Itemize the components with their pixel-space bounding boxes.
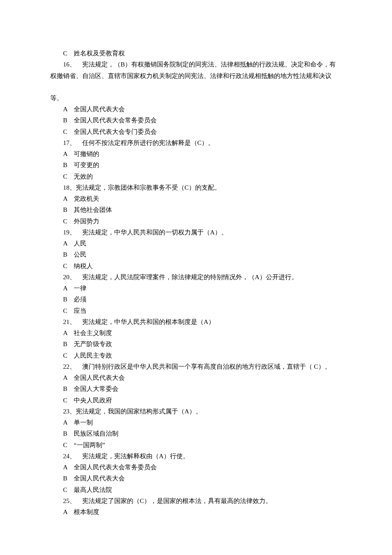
- text-line: C “一国两制”: [50, 439, 342, 451]
- text-line: A 社会主义制度: [50, 327, 342, 338]
- text-line: 22、 澳门特别行政区是中华人民共和国一个享有高度自治权的地方行政区域，直辖于（…: [50, 361, 342, 372]
- text-line: B 其他社会团体: [50, 204, 342, 215]
- text-line: A 全国人民代表大会: [50, 104, 342, 115]
- document-body: C 姓名权及受教育权16、 宪法规定，（B）有权撤销国务院制定的同宪法、法律相抵…: [50, 48, 342, 517]
- text-line: B 民族区域自治制: [50, 428, 342, 439]
- text-line: A 人民: [50, 238, 342, 249]
- text-line: A 一律: [50, 283, 342, 294]
- text-line: B 公民: [50, 249, 342, 260]
- text-line: C 纳税人: [50, 260, 342, 272]
- text-line: 20、 宪法规定，人民法院审理案件，除法律规定的特别情况外，（A）公开进行。: [50, 272, 342, 283]
- text-line: B 全国人大常委会: [50, 383, 342, 394]
- text-line: 24、 宪法规定，宪法解释权由（A）行使。: [50, 451, 342, 462]
- text-line: 21、 宪法规定，中华人民共和国的根本制度是（A）: [50, 316, 342, 327]
- text-line: 16、 宪法规定，（B）有权撤销国务院制定的同宪法、法律相抵触的行政法规、决定和…: [50, 59, 342, 81]
- text-line: A 单一制: [50, 417, 342, 428]
- text-line: C 最高人民法院: [50, 484, 342, 495]
- text-line: C 中央人民政府: [50, 395, 342, 406]
- text-line: B 必须: [50, 294, 342, 305]
- text-line: C 全国人民代表大会专门委员会: [50, 126, 342, 137]
- text-line: 25、 宪法规定了国家的（C），是国家的根本法，具有最高的法律效力。: [50, 495, 342, 506]
- text-line: C 姓名权及受教育权: [50, 48, 342, 59]
- text-line: A 全国人民代表大会: [50, 372, 342, 383]
- text-line: C 外国势力: [50, 216, 342, 227]
- text-line: 19、 宪法规定，中华人民共和国的一切权力属于（A）。: [50, 227, 342, 238]
- text-line: A 可撤销的: [50, 148, 342, 159]
- text-line: A 党政机关: [50, 193, 342, 204]
- text-line: B 可变更的: [50, 159, 342, 171]
- text-line: 17、 任何不按法定程序所进行的宪法解释是（C）。: [50, 137, 342, 148]
- text-line: C 人民民主专政: [50, 350, 342, 361]
- text-line: C 应当: [50, 305, 342, 316]
- text-line: C 无效的: [50, 171, 342, 182]
- text-line: A 根本制度: [50, 506, 342, 517]
- text-line: B 无产阶级专政: [50, 338, 342, 350]
- text-line: 等。: [50, 92, 342, 104]
- text-line: A 全国人民代表大会常务委员会: [50, 462, 342, 473]
- text-line: 23、宪法规定，我国的国家结构形式属于（A）。: [50, 406, 342, 417]
- text-line: B 全国人民代表大会常务委员会: [50, 115, 342, 126]
- page-container: C 姓名权及受教育权16、 宪法规定，（B）有权撤销国务院制定的同宪法、法律相抵…: [0, 0, 392, 552]
- text-line: 18、宪法规定，宗教团体和宗教事务不受（C）的支配。: [50, 182, 342, 193]
- blank-line: [50, 81, 342, 92]
- text-line: B 全国人民代表大会: [50, 473, 342, 484]
